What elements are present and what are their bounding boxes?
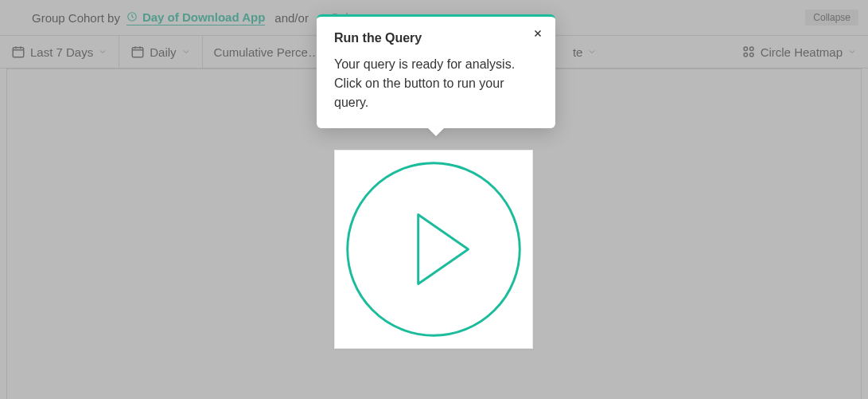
tooltip-arrow — [427, 127, 445, 136]
svg-point-7 — [348, 163, 520, 336]
tooltip-close-button[interactable] — [530, 26, 546, 42]
tooltip-title: Run the Query — [334, 31, 538, 45]
run-query-button[interactable] — [334, 150, 533, 349]
close-icon — [532, 28, 543, 41]
tooltip-body: Your query is ready for analysis. Click … — [334, 55, 538, 112]
play-icon — [341, 157, 526, 342]
onboarding-tooltip: Run the Query Your query is ready for an… — [317, 14, 555, 128]
